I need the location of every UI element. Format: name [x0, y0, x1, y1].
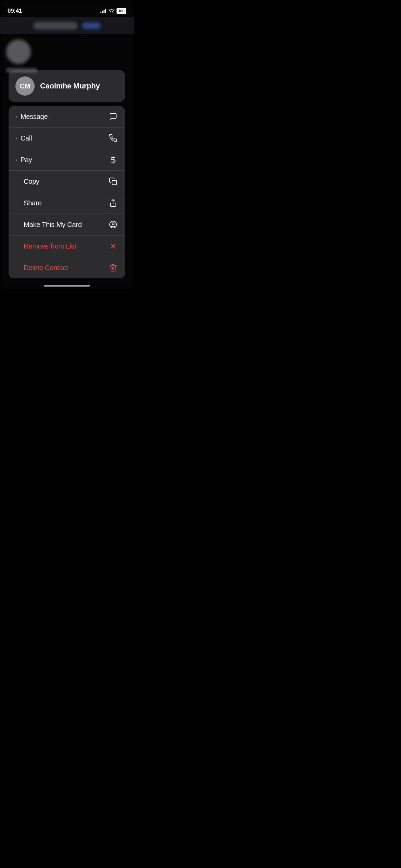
- message-icon: [108, 111, 118, 122]
- svg-point-7: [110, 221, 117, 228]
- background-text1: [6, 68, 37, 73]
- svg-point-8: [112, 223, 114, 225]
- contact-card: CM Caoimhe Murphy: [9, 70, 125, 102]
- trash-icon: [108, 263, 118, 273]
- chevron-icon: ›: [15, 114, 17, 119]
- menu-label-pay: Pay: [21, 156, 32, 164]
- contact-avatar: CM: [15, 76, 35, 96]
- menu-item-delete-contact[interactable]: Delete Contact: [9, 257, 125, 278]
- person-circle-icon: [108, 219, 118, 230]
- background-nav: [0, 17, 134, 34]
- status-time: 09:41: [8, 8, 22, 14]
- menu-item-pay[interactable]: › Pay: [9, 149, 125, 171]
- menu-label-call: Call: [21, 134, 32, 142]
- svg-rect-1: [102, 11, 103, 13]
- background-avatar: [6, 39, 31, 64]
- battery-level: 100: [118, 9, 124, 13]
- dollar-icon: [108, 155, 118, 165]
- menu-label-copy: Copy: [24, 178, 39, 185]
- menu-label-remove-from-list: Remove from List: [24, 242, 76, 250]
- chevron-icon-pay: ›: [15, 157, 17, 162]
- svg-rect-3: [105, 9, 106, 13]
- phone-icon: [108, 133, 118, 143]
- menu-item-make-my-card[interactable]: Make This My Card: [9, 214, 125, 236]
- menu-item-remove-from-list[interactable]: Remove from List: [9, 236, 125, 257]
- status-icons: 100: [100, 8, 126, 14]
- svg-rect-0: [100, 12, 101, 13]
- svg-rect-2: [104, 10, 105, 13]
- contact-name: Caoimhe Murphy: [40, 82, 100, 91]
- menu-label-share: Share: [24, 199, 41, 207]
- status-bar: 09:41 100: [0, 0, 134, 17]
- contact-initials: CM: [20, 82, 30, 90]
- svg-rect-5: [112, 180, 117, 185]
- share-icon: [108, 198, 118, 208]
- menu-item-call[interactable]: › Call: [9, 128, 125, 149]
- chevron-icon-call: ›: [15, 135, 17, 141]
- menu-item-copy[interactable]: Copy: [9, 171, 125, 192]
- wifi-icon: [109, 9, 114, 13]
- xmark-icon: [108, 241, 118, 251]
- menu-item-share[interactable]: Share: [9, 192, 125, 214]
- menu-item-message[interactable]: › Message: [9, 106, 125, 128]
- context-menu: › Message › Call ›: [9, 106, 125, 278]
- menu-label-make-my-card: Make This My Card: [24, 221, 82, 229]
- menu-label-message: Message: [21, 113, 48, 121]
- copy-icon: [108, 176, 118, 186]
- home-indicator: [44, 285, 90, 287]
- battery-icon: 100: [117, 8, 126, 14]
- signal-icon: [100, 9, 107, 13]
- menu-label-delete-contact: Delete Contact: [24, 264, 68, 272]
